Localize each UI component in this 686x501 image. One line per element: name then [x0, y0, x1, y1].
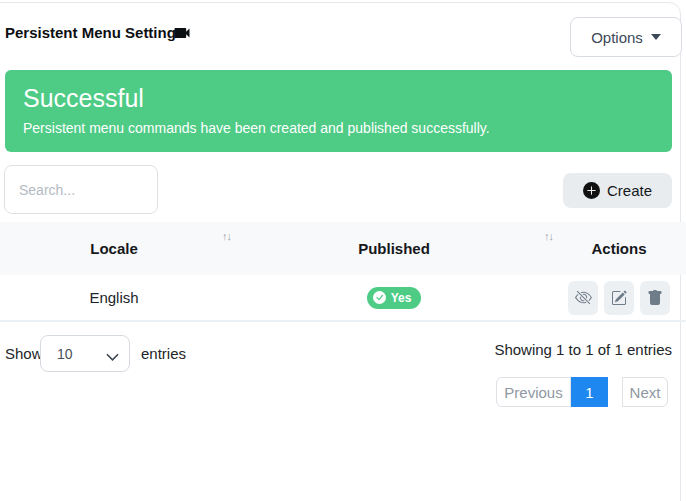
trash-icon: [647, 290, 663, 306]
next-button[interactable]: Next: [622, 377, 668, 407]
create-button[interactable]: Create: [563, 173, 672, 208]
cell-actions: [560, 275, 678, 320]
published-badge-label: Yes: [391, 291, 412, 305]
column-header-actions: Actions: [560, 222, 678, 275]
alert-message: Persistent menu commands have been creat…: [23, 120, 654, 136]
pagination: Previous 1 Next: [496, 377, 668, 407]
column-header-published[interactable]: Published: [228, 222, 560, 275]
hide-button[interactable]: [568, 281, 598, 315]
edit-button[interactable]: [604, 281, 634, 315]
show-label: Show: [5, 345, 43, 362]
create-label: Create: [607, 182, 652, 199]
success-alert: Successful Persistent menu commands have…: [5, 70, 672, 152]
eye-slash-icon: [575, 289, 592, 306]
entries-label: entries: [141, 345, 186, 362]
plus-circle-icon: [583, 182, 600, 199]
options-label: Options: [591, 29, 643, 46]
persistent-menu-settings-page: Persistent Menu Settings Options Success…: [0, 0, 686, 501]
showing-info: Showing 1 to 1 of 1 entries: [494, 341, 672, 358]
table-row: English Yes: [0, 275, 686, 322]
videocam-icon: [172, 23, 192, 43]
published-badge: Yes: [367, 287, 422, 309]
check-circle-icon: [373, 291, 386, 304]
caret-down-icon: [651, 34, 661, 40]
page-size-select[interactable]: 10: [40, 335, 130, 372]
options-button[interactable]: Options: [570, 17, 682, 57]
pencil-square-icon: [611, 290, 627, 306]
cell-published: Yes: [228, 275, 560, 320]
sort-icon-published[interactable]: ↑↓: [544, 230, 553, 242]
column-header-locale[interactable]: Locale: [0, 222, 228, 275]
page-1-button[interactable]: 1: [571, 377, 608, 407]
cell-locale: English: [0, 275, 228, 320]
table-header: Locale ↑↓ Published ↑↓ Actions: [0, 222, 686, 275]
page-title: Persistent Menu Settings: [5, 24, 184, 41]
previous-button[interactable]: Previous: [496, 377, 571, 407]
search-input[interactable]: [4, 165, 158, 214]
alert-title: Successful: [23, 83, 654, 113]
delete-button[interactable]: [640, 281, 670, 315]
